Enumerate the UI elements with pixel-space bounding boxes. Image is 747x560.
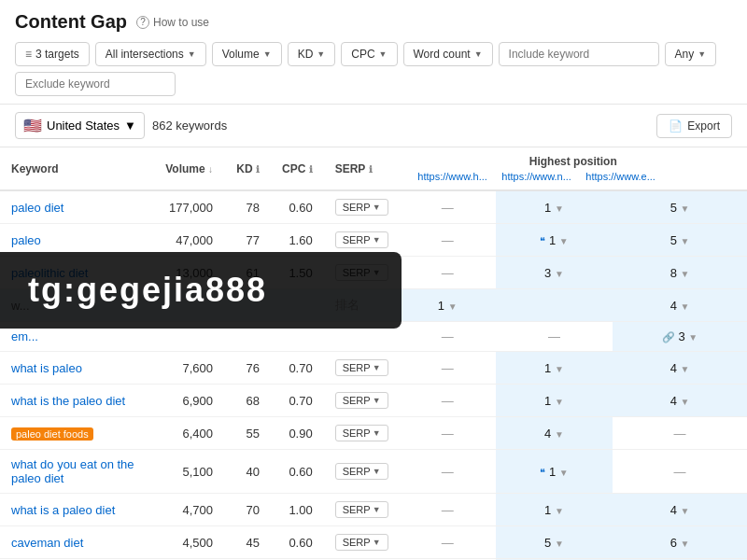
orange-highlight-badge: paleo diet foods [11, 427, 93, 441]
col-header-cpc[interactable]: CPC ℹ [271, 147, 324, 190]
url3-position-cell: 4 ▼ [613, 352, 747, 385]
url2-header: https://www.n... [495, 171, 579, 182]
keyword-link[interactable]: em... [11, 329, 38, 343]
chevron-down-icon: ▼ [373, 203, 381, 212]
intersections-filter[interactable]: All intersections ▼ [95, 42, 206, 66]
position-value: 1 [438, 299, 444, 313]
keyword-cell[interactable]: paleo diet [0, 190, 149, 224]
keywords-table: Keyword Volume ↓ KD ℹ CPC ℹ SERP ℹ Highe… [0, 147, 747, 560]
url3-position-cell: 6 ▼ [613, 526, 747, 559]
col-header-keyword: Keyword [0, 147, 149, 190]
keyword-link[interactable]: what do you eat on the paleo diet [11, 457, 134, 485]
serp-button[interactable]: SERP ▼ [335, 359, 388, 376]
keyword-link[interactable]: paleo [11, 233, 41, 247]
volume-cell: 6,400 [149, 417, 224, 450]
arrow-down-icon: ▼ [555, 506, 564, 516]
position-value: 4 [670, 503, 677, 517]
url2-position-cell: 4 ▼ [496, 417, 613, 450]
chevron-down-icon: ▼ [373, 538, 381, 547]
position-cell: 4 ▼ [613, 289, 747, 322]
arrow-down-icon: ▼ [681, 301, 690, 312]
arrow-down-icon: ▼ [555, 364, 564, 374]
position-value: 1 [544, 394, 551, 408]
keyword-cell[interactable]: what do you eat on the paleo diet [0, 450, 149, 494]
url2-position-cell: ❝ 1 ▼ [496, 450, 613, 494]
kd-cell: 78 [224, 190, 271, 224]
keyword-cell[interactable]: what is a paleo diet [0, 494, 149, 526]
serp-cell[interactable]: SERP ▼ [324, 450, 400, 494]
serp-button[interactable]: SERP ▼ [335, 534, 388, 551]
url1-position-cell: — [400, 224, 496, 257]
position-value: 1 [544, 503, 551, 517]
serp-cell[interactable]: SERP ▼ [324, 526, 400, 559]
keyword-link[interactable]: paleo diet [11, 201, 63, 215]
serp-cell[interactable]: SERP ▼ [324, 494, 400, 526]
volume-cell: 4,500 [149, 526, 224, 559]
keyword-link[interactable]: what is paleo [11, 361, 82, 375]
position-value: 5 [544, 536, 551, 550]
serp-button[interactable]: SERP ▼ [335, 392, 388, 409]
url2-position-cell: ❝ 1 ▼ [496, 224, 613, 257]
url1-position-cell: — [400, 526, 496, 559]
serp-cell[interactable]: SERP ▼ [324, 190, 400, 224]
targets-filter[interactable]: ≡ 3 targets [15, 42, 90, 66]
volume-cell: 177,000 [149, 190, 224, 224]
arrow-down-icon: ▼ [555, 539, 564, 549]
keyword-cell[interactable]: what is the paleo diet [0, 385, 149, 417]
chevron-down-icon: ▼ [373, 505, 381, 514]
word-count-filter[interactable]: Word count ▼ [403, 42, 493, 66]
serp-cell[interactable]: SERP ▼ [324, 417, 400, 450]
any-filter[interactable]: Any ▼ [665, 42, 717, 66]
position-cell: 🔗 3 ▼ [613, 322, 747, 352]
serp-cell[interactable]: SERP ▼ [324, 352, 400, 385]
url1-header: https://www.h... [411, 171, 495, 182]
serp-button[interactable]: SERP ▼ [335, 425, 388, 441]
chevron-down-icon: ▼ [373, 467, 381, 476]
position-value: 4 [670, 299, 677, 313]
country-selector[interactable]: 🇺🇸 United States ▼ [15, 112, 145, 139]
cpc-cell: 1.00 [271, 494, 324, 526]
url2-position-cell: 1 ▼ [496, 494, 613, 526]
watermark: tg:gegejia888 [0, 252, 402, 329]
cpc-filter[interactable]: CPC ▼ [341, 42, 397, 66]
keyword-link[interactable]: caveman diet [11, 536, 83, 550]
url3-position-cell: — [613, 450, 747, 494]
arrow-down-icon: ▼ [555, 429, 564, 440]
include-keyword-input[interactable] [499, 42, 659, 66]
arrow-down-icon: ▼ [681, 506, 690, 516]
us-flag-icon: 🇺🇸 [23, 117, 42, 134]
export-icon: 📄 [669, 119, 683, 133]
position-value: 4 [670, 361, 677, 375]
help-link[interactable]: ? How to use [136, 16, 209, 29]
arrow-down-icon: ▼ [681, 203, 690, 214]
exclude-keyword-input[interactable] [15, 72, 176, 96]
position-value: 1 [549, 233, 556, 247]
col-header-kd[interactable]: KD ℹ [224, 147, 271, 190]
keyword-cell[interactable]: what is paleo [0, 352, 149, 385]
page-title: Content Gap [15, 11, 127, 33]
quote-icon: ❝ [540, 235, 545, 246]
url2-position-cell: 1 ▼ [496, 385, 613, 417]
serp-button[interactable]: SERP ▼ [335, 231, 388, 248]
col-header-serp[interactable]: SERP ℹ [324, 147, 400, 190]
url3-position-cell: 5 ▼ [613, 190, 747, 224]
position-value: 5 [670, 201, 677, 215]
position-value: 3 [679, 329, 685, 343]
position-value: 1 [549, 465, 556, 479]
volume-cell: 5,100 [149, 450, 224, 494]
chevron-down-icon: ▼ [188, 49, 196, 59]
keyword-cell[interactable]: caveman diet [0, 526, 149, 559]
position-value: 5 [670, 233, 677, 247]
keyword-link[interactable]: what is a paleo diet [11, 503, 115, 517]
kd-filter[interactable]: KD ▼ [288, 42, 336, 66]
keyword-link[interactable]: what is the paleo diet [11, 394, 125, 408]
serp-button[interactable]: SERP ▼ [335, 463, 388, 480]
keyword-cell[interactable]: paleo diet foods [0, 417, 149, 450]
col-header-volume[interactable]: Volume ↓ [149, 147, 224, 190]
export-button[interactable]: 📄 Export [656, 114, 732, 138]
serp-button[interactable]: SERP ▼ [335, 199, 388, 216]
table-row: what is paleo 7,600 76 0.70 SERP ▼ — 1 ▼… [0, 352, 747, 385]
serp-button[interactable]: SERP ▼ [335, 501, 388, 518]
serp-cell[interactable]: SERP ▼ [324, 385, 400, 417]
volume-filter[interactable]: Volume ▼ [212, 42, 282, 66]
